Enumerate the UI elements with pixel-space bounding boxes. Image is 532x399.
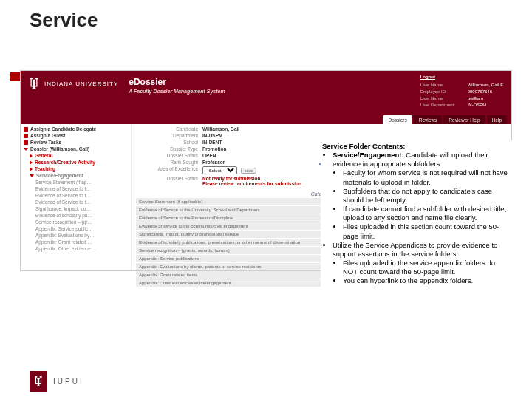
overlay-header: Service Folder Contents: xyxy=(322,142,511,151)
iu-trident-icon xyxy=(28,77,40,90)
aoe-select[interactable]: - Select - xyxy=(202,166,237,174)
field-value: IN-DENT xyxy=(202,140,222,145)
sidebar-dossier[interactable]: Dossier (Williamson, Gail) xyxy=(22,146,129,152)
logout-link[interactable]: Logout xyxy=(420,74,504,81)
overlay-bullet: Utilize the Service Appendices to provid… xyxy=(332,241,511,286)
caret-down-icon xyxy=(30,174,34,177)
field-label: Candidate xyxy=(136,126,202,132)
status-msg: Not ready for submission. xyxy=(202,176,262,181)
field-value: Promotion xyxy=(202,146,227,151)
sidebar-folder-service[interactable]: Service/Engagement xyxy=(22,172,129,179)
field-value: OPEN xyxy=(202,153,216,158)
overlay-subbullet: If candidate cannot find a subfolder wit… xyxy=(343,205,511,222)
sidebar-subitem[interactable]: Service recognition – (gr… xyxy=(22,219,129,225)
tab-help[interactable]: Help xyxy=(487,115,507,124)
sidebar-subitem[interactable]: Appendix: Grant related … xyxy=(22,239,129,245)
sidebar-subitem[interactable]: Appendix: Evaluations by… xyxy=(22,232,129,239)
product-name: eDossier xyxy=(129,77,225,87)
caret-right-icon xyxy=(30,160,33,165)
sidebar-subitem[interactable]: Evidence of Service to t… xyxy=(22,199,129,205)
product-subtitle: A Faculty Dossier Management System xyxy=(129,89,225,94)
caret-down-icon xyxy=(24,148,28,151)
bullet-icon xyxy=(24,127,28,132)
tab-dossiers[interactable]: Dossiers xyxy=(383,115,412,124)
caret-right-icon xyxy=(30,167,33,171)
caret-right-icon xyxy=(30,154,33,158)
field-value: Professor xyxy=(202,160,225,165)
status-label: Dossier Status xyxy=(136,176,202,186)
bullet-icon xyxy=(24,134,28,138)
slide-footer: IUPUI xyxy=(30,371,84,392)
app-banner: INDIANA UNIVERSITY eDossier A Faculty Do… xyxy=(21,71,511,124)
field-label: Department xyxy=(136,133,202,138)
sidebar-subitem[interactable]: Appendix: Other evidence… xyxy=(22,245,129,252)
sidebar-folder-research[interactable]: Research/Creative Activity xyxy=(22,159,129,166)
field-label: Dossier Status xyxy=(136,153,202,158)
university-mark: INDIANA UNIVERSITY xyxy=(28,77,118,90)
sidebar-subitem[interactable]: Significance, impact, qu… xyxy=(22,205,129,212)
field-label: Rank Sought xyxy=(136,160,202,165)
field-value: IN-DSPM xyxy=(202,133,222,138)
annotation-overlay: Service Folder Contents: Service/Engagem… xyxy=(321,140,513,287)
overlay-subbullet: Faculty for whom service is not required… xyxy=(343,168,511,186)
sidebar-folder-teaching[interactable]: Teaching xyxy=(22,166,129,172)
footer-text: IUPUI xyxy=(53,378,84,386)
page-title: Service xyxy=(0,0,532,38)
sidebar-review-tasks[interactable]: Review Tasks xyxy=(22,139,129,146)
sidebar-subitem[interactable]: Appendix: Service public… xyxy=(22,225,129,232)
field-value: Williamson, Gail xyxy=(202,126,239,132)
bullet-icon xyxy=(24,140,28,145)
sidebar-assign-delegate[interactable]: Assign a Candidate Delegate xyxy=(22,126,129,132)
sidebar: Assign a Candidate Delegate Assign a Gue… xyxy=(21,124,132,270)
field-label: School xyxy=(136,140,202,145)
tab-reviewer-help[interactable]: Reviewer Help xyxy=(443,115,485,124)
save-button[interactable]: save xyxy=(241,168,257,174)
sidebar-folder-general[interactable]: General xyxy=(22,152,129,159)
tab-reviews[interactable]: Reviews xyxy=(414,115,443,124)
nav-tabs: Dossiers Reviews Reviewer Help Help xyxy=(383,115,507,124)
overlay-subbullet: You can hyperlink to the appendix folder… xyxy=(343,276,511,285)
sidebar-subitem[interactable]: Evidence of Service to t… xyxy=(22,192,129,199)
sidebar-subitem[interactable]: Service Statement (if ap… xyxy=(22,179,129,185)
overlay-subbullet: Files uploaded in this section count tow… xyxy=(343,222,511,240)
overlay-bullet: Service/Engagement: Candidate will uploa… xyxy=(332,151,511,241)
banner-userinfo: Logout User Name:Williamson, Gail F. Emp… xyxy=(420,74,504,109)
iu-footer-logo xyxy=(30,371,47,392)
university-name: INDIANA UNIVERSITY xyxy=(44,81,118,87)
field-label: Dossier Type xyxy=(136,146,202,151)
overlay-subbullet: Subfolders that do not apply to candidat… xyxy=(343,187,511,205)
sidebar-assign-guest[interactable]: Assign a Guest xyxy=(22,132,129,139)
overlay-subbullet: Files uploaded in the service appendix f… xyxy=(343,259,511,276)
status-msg: Please review requirements for submissio… xyxy=(202,181,303,186)
aoe-label: Area of Excellence xyxy=(136,166,202,174)
sidebar-subitem[interactable]: Evidence of scholarly pu… xyxy=(22,212,129,219)
accent-block xyxy=(10,72,21,81)
banner-center: eDossier A Faculty Dossier Management Sy… xyxy=(129,77,225,94)
sidebar-subitem[interactable]: Evidence of Service to t… xyxy=(22,185,129,192)
